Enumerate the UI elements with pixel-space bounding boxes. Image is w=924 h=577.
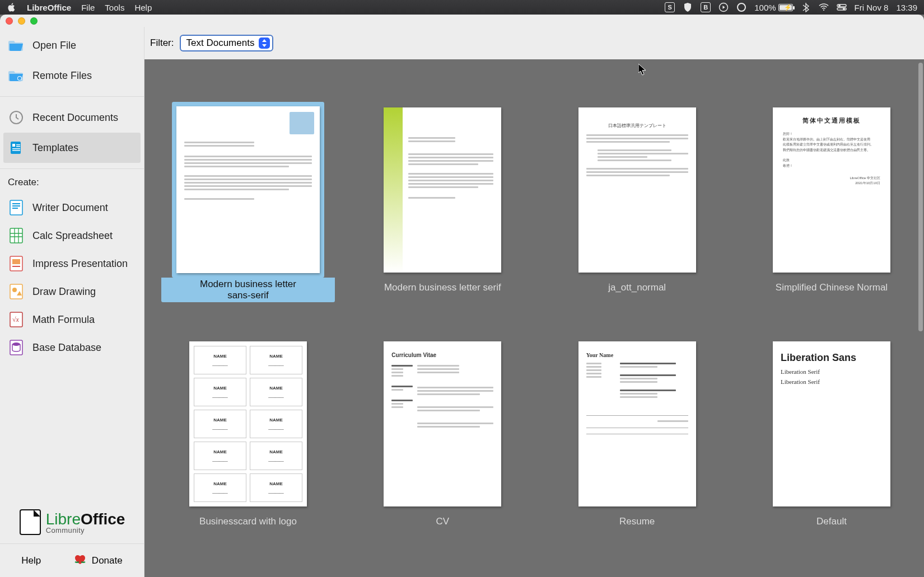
sidebar-math[interactable]: √x Math Formula xyxy=(0,306,144,334)
math-icon: √x xyxy=(8,311,25,328)
sidebar-label: Templates xyxy=(32,142,78,154)
battery-icon: ⚡ xyxy=(778,4,793,11)
clock-icon xyxy=(8,109,25,126)
sidebar-label: Open File xyxy=(32,40,76,51)
sidebar-label: Draw Drawing xyxy=(32,286,96,298)
svg-rect-24 xyxy=(10,284,22,299)
control-center-icon[interactable] xyxy=(837,2,847,12)
help-link[interactable]: Help xyxy=(21,555,41,566)
svg-point-2 xyxy=(823,10,824,11)
sidebar-base[interactable]: Base Database xyxy=(0,334,144,362)
folder-open-icon xyxy=(8,37,25,54)
sidebar-label: Calc Spreadsheet xyxy=(32,230,113,242)
template-item[interactable]: 简体中文通用模板 您好！ 歡迎來自地球夥伴的。由上到下由左到右。簡體中文是使用 … xyxy=(745,102,918,302)
sidebar-writer[interactable]: Writer Document xyxy=(0,194,144,222)
sidebar-label: Remote Files xyxy=(32,70,92,82)
template-label: Businesscard with logo xyxy=(199,516,297,527)
filter-label: Filter: xyxy=(150,37,174,49)
libreoffice-logo: LibreOffice Community xyxy=(0,501,144,543)
document-logo-icon xyxy=(19,509,41,536)
donate-link[interactable]: Donate xyxy=(73,553,123,568)
start-center-window: Open File Remote Files Recent Documents xyxy=(0,15,924,577)
chevron-updown-icon xyxy=(259,37,270,49)
sidebar-draw[interactable]: Draw Drawing xyxy=(0,278,144,306)
menu-help[interactable]: Help xyxy=(134,3,152,12)
svg-point-25 xyxy=(12,288,17,292)
close-button[interactable] xyxy=(6,17,13,25)
create-heading: Create: xyxy=(0,171,144,190)
filter-dropdown[interactable]: Text Documents xyxy=(180,35,274,51)
folder-remote-icon xyxy=(8,67,25,84)
app-name[interactable]: LibreOffice xyxy=(27,3,71,12)
play-circle-icon[interactable] xyxy=(718,2,729,12)
macos-menubar: LibreOffice File Tools Help S B 100% ⚡ xyxy=(0,0,924,15)
template-label: Simplified Chinese Normal xyxy=(776,282,888,293)
sidebar-recent-documents[interactable]: Recent Documents xyxy=(0,102,144,133)
template-thumbnail: 简体中文通用模板 您好！ 歡迎來自地球夥伴的。由上到下由左到右。簡體中文是使用 … xyxy=(773,107,890,273)
svg-rect-23 xyxy=(12,266,20,267)
calc-icon xyxy=(8,227,25,244)
sidebar-remote-files[interactable]: Remote Files xyxy=(0,60,144,91)
template-label: CV xyxy=(436,516,450,527)
sidebar: Open File Remote Files Recent Documents xyxy=(0,27,144,577)
sidebar-impress[interactable]: Impress Presentation xyxy=(0,250,144,278)
sidebar-open-file[interactable]: Open File xyxy=(0,30,144,60)
preview-text: Liberation Serif xyxy=(781,368,883,376)
scrollbar[interactable] xyxy=(918,63,923,331)
sidebar-label: Base Database xyxy=(32,342,101,354)
shield-icon[interactable] xyxy=(683,2,693,12)
svg-rect-11 xyxy=(12,144,15,147)
template-item[interactable]: Your Name xyxy=(550,336,724,527)
logo-bold: Office xyxy=(81,510,125,528)
main-area: Filter: Text Documents xyxy=(144,27,924,577)
svg-point-29 xyxy=(12,343,20,346)
template-item[interactable]: Curriculum Vitae xyxy=(356,336,529,527)
menubar-date[interactable]: Fri Nov 8 xyxy=(855,3,889,12)
circle-icon[interactable] xyxy=(736,2,746,12)
template-item[interactable]: Liberation Sans Liberation Serif Liberat… xyxy=(745,336,918,527)
preview-text: 简体中文通用模板 xyxy=(781,116,883,124)
template-item[interactable]: NAME_______ NAME_______ NAME_______ NAME… xyxy=(161,336,335,527)
menubar-time[interactable]: 13:39 xyxy=(896,3,917,12)
template-item[interactable]: 日本語標準汎用テンプレート ja_ott xyxy=(550,102,724,302)
svg-text:√x: √x xyxy=(12,316,20,323)
maximize-button[interactable] xyxy=(30,17,38,25)
titlebar xyxy=(0,15,924,27)
apple-icon[interactable] xyxy=(7,2,17,12)
template-item[interactable]: Modern business letter serif xyxy=(356,102,529,302)
heart-hands-icon xyxy=(73,553,87,568)
svg-rect-22 xyxy=(12,259,20,264)
logo-thin: Libre xyxy=(46,510,81,528)
sidebar-label: Impress Presentation xyxy=(32,258,128,270)
battery-indicator[interactable]: 100% ⚡ xyxy=(754,3,792,12)
svg-rect-13 xyxy=(16,146,20,147)
svg-point-1 xyxy=(738,3,745,11)
template-item[interactable]: Modern business letter sans-serif xyxy=(161,102,335,302)
minimize-button[interactable] xyxy=(18,17,25,25)
template-thumbnail xyxy=(384,107,501,273)
bluetooth-icon[interactable] xyxy=(801,2,811,12)
svg-rect-14 xyxy=(12,148,20,149)
filter-bar: Filter: Text Documents xyxy=(144,27,924,59)
sidebar-templates[interactable]: Templates xyxy=(3,133,141,163)
template-label: Default xyxy=(816,516,847,527)
status-s-icon[interactable]: S xyxy=(665,2,675,12)
svg-point-5 xyxy=(838,5,840,7)
menu-file[interactable]: File xyxy=(81,3,95,12)
template-thumbnail: Your Name xyxy=(578,341,696,506)
svg-rect-15 xyxy=(12,150,20,151)
sidebar-label: Writer Document xyxy=(32,202,108,214)
preview-text: Liberation Serif xyxy=(781,378,883,386)
writer-icon xyxy=(8,199,25,216)
template-thumbnail xyxy=(176,106,320,273)
sidebar-label: Recent Documents xyxy=(32,112,118,124)
svg-rect-12 xyxy=(16,144,20,146)
template-gallery: Modern business letter sans-serif xyxy=(144,59,924,577)
menu-tools[interactable]: Tools xyxy=(105,3,124,12)
donate-label: Donate xyxy=(92,555,123,566)
preview-text: 日本語標準汎用テンプレート xyxy=(586,123,688,129)
wifi-icon[interactable] xyxy=(819,2,829,12)
template-thumbnail: 日本語標準汎用テンプレート xyxy=(578,107,696,273)
status-b-icon[interactable]: B xyxy=(701,2,711,12)
sidebar-calc[interactable]: Calc Spreadsheet xyxy=(0,222,144,250)
